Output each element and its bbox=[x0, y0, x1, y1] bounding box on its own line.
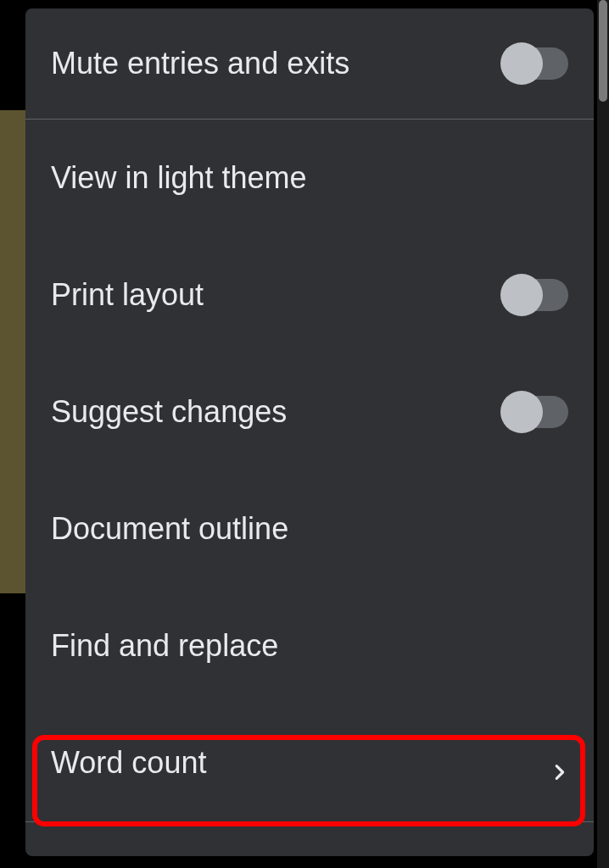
toggle-knob bbox=[500, 274, 543, 316]
toggle-knob bbox=[500, 42, 543, 85]
menu-item-label: Suggest changes bbox=[51, 394, 502, 430]
menu-item-label: Document outline bbox=[51, 511, 568, 547]
menu-item-label: View in light theme bbox=[51, 160, 568, 196]
menu-item-label: Mute entries and exits bbox=[51, 46, 502, 81]
scrollbar[interactable] bbox=[597, 0, 609, 868]
menu-item-label: Find and replace bbox=[51, 628, 568, 664]
menu-item-print-layout[interactable]: Print layout bbox=[25, 236, 594, 353]
menu-item-light-theme[interactable]: View in light theme bbox=[25, 120, 594, 236]
toggle-print-layout[interactable] bbox=[502, 279, 568, 311]
toggle-mute-entries[interactable] bbox=[502, 47, 568, 80]
menu-item-suggest-changes[interactable]: Suggest changes bbox=[25, 353, 594, 470]
chevron-right-icon bbox=[550, 754, 568, 772]
scrollbar-thumb[interactable] bbox=[599, 0, 607, 102]
menu-item-label: Word count bbox=[51, 745, 550, 781]
menu-item-mute-entries[interactable]: Mute entries and exits bbox=[25, 25, 594, 119]
options-menu-panel: Mute entries and exits View in light the… bbox=[25, 8, 594, 856]
menu-item-label: Print layout bbox=[51, 277, 502, 313]
toggle-knob bbox=[500, 391, 543, 433]
divider bbox=[25, 821, 594, 822]
menu-item-find-replace[interactable]: Find and replace bbox=[25, 587, 594, 704]
menu-item-document-outline[interactable]: Document outline bbox=[25, 470, 594, 587]
toggle-suggest-changes[interactable] bbox=[502, 396, 568, 428]
menu-item-word-count[interactable]: Word count bbox=[25, 704, 594, 821]
backdrop-accent bbox=[0, 110, 25, 593]
